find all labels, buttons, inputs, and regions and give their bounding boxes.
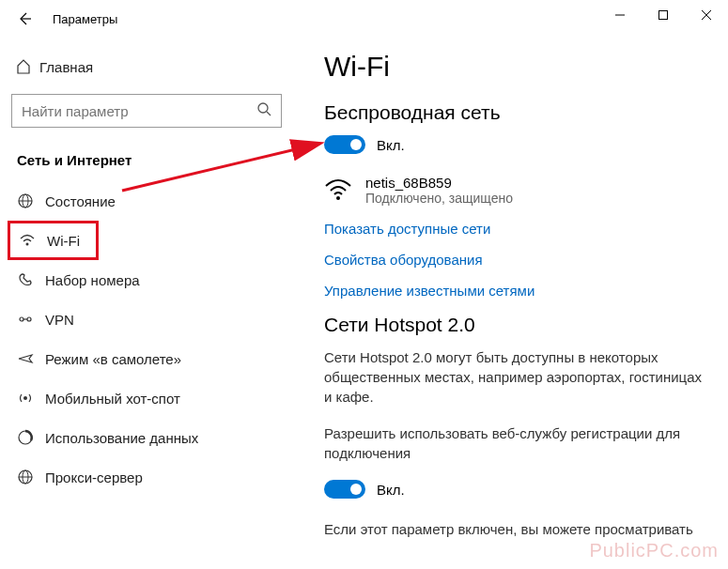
watermark: PublicPC.com — [589, 540, 719, 561]
nav-label: Режим «в самолете» — [45, 351, 181, 367]
hotspot20-desc: Сети Hotspot 2.0 могут быть доступны в н… — [324, 347, 709, 407]
home-label: Главная — [39, 59, 93, 75]
nav-label: VPN — [45, 312, 74, 328]
content-area: Wi-Fi Беспроводная сеть Вкл. netis_68B85… — [305, 38, 728, 569]
svg-rect-1 — [659, 11, 668, 20]
svg-point-9 — [26, 243, 29, 246]
svg-point-4 — [258, 103, 268, 113]
sidebar-item-wifi[interactable]: Wi-Fi — [8, 221, 99, 260]
proxy-icon — [17, 469, 45, 485]
hotspot20-permit-label: Разрешить использовать веб-службу регист… — [324, 423, 709, 463]
vpn-icon — [17, 311, 45, 328]
svg-point-13 — [23, 396, 27, 400]
hotspot20-toggle-label: Вкл. — [377, 482, 405, 498]
sidebar: Главная Сеть и Интернет Состояние Wi-Fi … — [0, 38, 305, 569]
nav-label: Прокси-сервер — [45, 469, 143, 485]
sidebar-item-dialup[interactable]: Набор номера — [6, 260, 305, 300]
hotspot20-title: Сети Hotspot 2.0 — [324, 314, 709, 336]
nav-label: Мобильный хот-спот — [45, 391, 180, 407]
svg-point-10 — [20, 317, 23, 321]
sidebar-item-hotspot[interactable]: Мобильный хот-спот — [6, 378, 305, 418]
dialup-icon — [17, 271, 45, 288]
wireless-toggle-label: Вкл. — [377, 137, 405, 153]
link-hardware-props[interactable]: Свойства оборудования — [324, 252, 709, 268]
close-button[interactable] — [685, 0, 728, 30]
nav-label: Состояние — [45, 193, 116, 209]
globe-icon — [17, 192, 45, 209]
svg-point-11 — [27, 317, 31, 321]
sidebar-item-proxy[interactable]: Прокси-сервер — [6, 457, 305, 497]
svg-line-5 — [267, 112, 271, 115]
back-button[interactable] — [13, 8, 36, 30]
hotspot20-toggle[interactable] — [324, 480, 365, 499]
page-heading: Wi-Fi — [324, 51, 709, 83]
network-status: Подключено, защищено — [365, 191, 513, 206]
hotspot-icon — [17, 390, 45, 407]
airplane-icon — [17, 350, 45, 367]
sidebar-item-airplane[interactable]: Режим «в самолете» — [6, 339, 305, 378]
sidebar-item-status[interactable]: Состояние — [6, 181, 305, 221]
link-manage-known[interactable]: Управление известными сетями — [324, 283, 709, 299]
data-usage-icon — [17, 429, 45, 446]
maximize-button[interactable] — [642, 0, 685, 30]
sidebar-item-vpn[interactable]: VPN — [6, 300, 305, 339]
home-icon — [15, 58, 39, 75]
link-show-networks[interactable]: Показать доступные сети — [324, 221, 709, 237]
current-network[interactable]: netis_68B859 Подключено, защищено — [324, 175, 709, 206]
wireless-title: Беспроводная сеть — [324, 101, 709, 124]
search-box[interactable] — [11, 94, 282, 128]
hotspot20-footer: Если этот параметр включен, вы можете пр… — [324, 519, 709, 539]
wifi-icon — [19, 232, 47, 249]
nav-label: Wi-Fi — [47, 233, 80, 249]
window-title: Параметры — [53, 12, 117, 26]
wireless-toggle[interactable] — [324, 135, 365, 154]
sidebar-item-data-usage[interactable]: Использование данных — [6, 418, 305, 457]
svg-point-18 — [336, 196, 340, 200]
wifi-signal-icon — [324, 177, 358, 205]
nav-label: Набор номера — [45, 272, 140, 288]
minimize-button[interactable] — [598, 0, 642, 30]
network-name: netis_68B859 — [365, 175, 513, 191]
search-icon — [256, 101, 271, 120]
home-nav[interactable]: Главная — [6, 49, 305, 85]
search-input[interactable] — [22, 103, 256, 119]
section-title: Сеть и Интернет — [6, 145, 305, 181]
nav-label: Использование данных — [45, 430, 198, 446]
